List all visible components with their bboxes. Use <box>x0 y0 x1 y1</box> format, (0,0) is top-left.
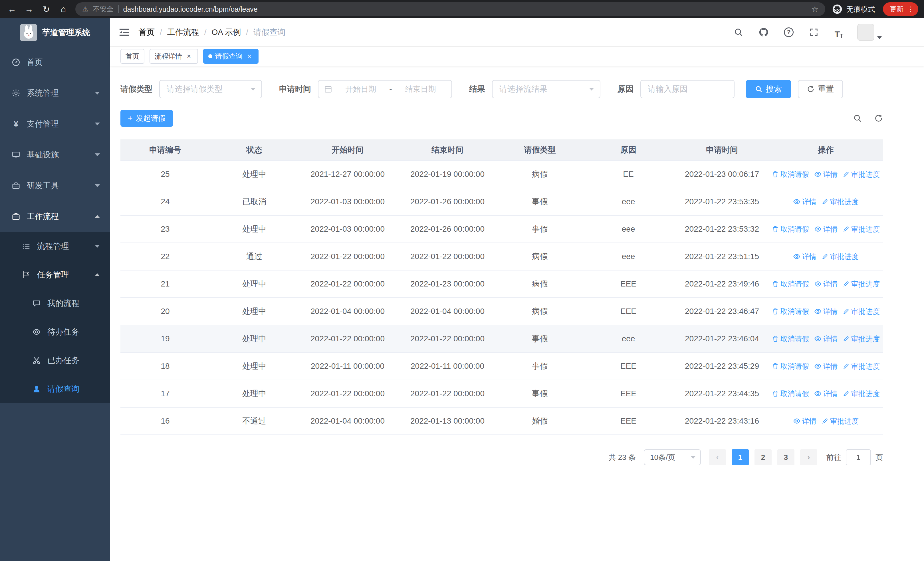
tab-home[interactable]: 首页 <box>120 49 144 64</box>
create-leave-button[interactable]: + 发起请假 <box>120 110 173 127</box>
cell-start-time: 2022-01-22 00:00:00 <box>298 243 397 270</box>
sidebar-item-devtools[interactable]: 研发工具 <box>0 170 110 201</box>
cancel-leave-link[interactable]: 取消请假 <box>772 170 809 179</box>
cell-status: 处理中 <box>210 161 298 188</box>
page-size-select[interactable]: 10条/页 <box>644 449 701 465</box>
reload-icon[interactable]: ↻ <box>39 2 54 17</box>
cell-id: 23 <box>120 215 210 243</box>
eye-icon <box>793 417 801 425</box>
cell-reason: eee <box>582 188 675 215</box>
chrome-update-button[interactable]: 更新 ⋮ <box>883 2 918 16</box>
page-button-1[interactable]: 1 <box>732 449 749 465</box>
chevron-down-icon <box>95 153 100 156</box>
detail-link[interactable]: 详情 <box>793 252 816 261</box>
detail-link[interactable]: 详情 <box>814 307 837 316</box>
breadcrumb-separator: / <box>160 28 162 37</box>
sidebar-item-done-tasks[interactable]: 已办任务 <box>0 346 110 375</box>
end-date-input[interactable]: 结束日期 <box>396 84 446 94</box>
approval-progress-link[interactable]: 审批进度 <box>822 252 859 261</box>
sidebar-item-process-management[interactable]: 流程管理 <box>0 232 110 260</box>
tab-leave-query[interactable]: 请假查询 × <box>203 49 258 64</box>
refresh-table-icon[interactable] <box>874 114 883 123</box>
home-icon[interactable]: ⌂ <box>56 2 71 17</box>
sidebar-item-task-management[interactable]: 任务管理 <box>0 260 110 289</box>
sidebar-item-infrastructure[interactable]: 基础设施 <box>0 139 110 170</box>
approval-progress-link[interactable]: 审批进度 <box>843 170 880 179</box>
sidebar-item-my-process[interactable]: 我的流程 <box>0 289 110 317</box>
sidebar-toggle-icon[interactable] <box>119 27 129 38</box>
detail-link[interactable]: 详情 <box>814 279 837 289</box>
browser-menu-icon[interactable]: ⋮ <box>907 5 914 13</box>
approval-progress-link[interactable]: 审批进度 <box>843 307 880 316</box>
forward-icon[interactable]: → <box>22 2 36 17</box>
cell-id: 19 <box>120 325 210 352</box>
detail-link[interactable]: 详情 <box>793 197 816 206</box>
page-button-3[interactable]: 3 <box>777 449 795 465</box>
font-size-icon[interactable]: TT <box>832 26 846 39</box>
sidebar-item-payment[interactable]: ¥ 支付管理 <box>0 108 110 139</box>
goto-page: 前往 页 <box>826 449 883 465</box>
sidebar-item-workflow[interactable]: 工作流程 <box>0 201 110 232</box>
app-logo[interactable]: 芋道管理系统 <box>0 18 110 47</box>
sidebar-item-leave-query[interactable]: 请假查询 <box>0 375 110 403</box>
search-button[interactable]: 搜索 <box>746 80 791 98</box>
detail-link[interactable]: 详情 <box>814 170 837 179</box>
approval-progress-link[interactable]: 审批进度 <box>843 224 880 234</box>
detail-link[interactable]: 详情 <box>814 362 837 371</box>
result-select[interactable]: 请选择流结果 <box>492 80 600 98</box>
apply-time-range-picker[interactable]: 开始日期 - 结束日期 <box>318 80 452 98</box>
approval-progress-link[interactable]: 审批进度 <box>843 279 880 289</box>
close-icon[interactable]: × <box>245 52 254 60</box>
fullscreen-icon[interactable] <box>807 26 821 39</box>
sidebar-item-todo-tasks[interactable]: 待办任务 <box>0 317 110 346</box>
back-icon[interactable]: ← <box>4 2 20 17</box>
github-icon[interactable] <box>757 26 771 39</box>
breadcrumb-item-workflow[interactable]: 工作流程 <box>167 27 199 38</box>
breadcrumb-item-home[interactable]: 首页 <box>139 27 154 38</box>
cancel-leave-link[interactable]: 取消请假 <box>772 389 809 399</box>
sidebar-item-system[interactable]: 系统管理 <box>0 78 110 108</box>
address-bar[interactable]: ⚠ 不安全 dashboard.yudao.iocoder.cn/bpm/oa/… <box>75 2 825 16</box>
cell-leave-type: 婚假 <box>498 407 582 435</box>
cancel-leave-link[interactable]: 取消请假 <box>772 334 809 344</box>
prev-page-button[interactable]: ‹ <box>709 449 726 465</box>
trash-icon <box>772 390 779 397</box>
table-row: 17 处理中 2022-01-22 00:00:00 2022-01-22 00… <box>120 380 883 407</box>
table-row: 25 处理中 2021-12-27 00:00:00 2022-01-19 00… <box>120 161 883 188</box>
flag-icon <box>22 270 31 279</box>
help-icon[interactable]: ? <box>782 26 796 39</box>
approval-progress-link[interactable]: 审批进度 <box>843 389 880 399</box>
detail-link[interactable]: 详情 <box>814 389 837 399</box>
approval-progress-link[interactable]: 审批进度 <box>843 334 880 344</box>
sidebar-item-home[interactable]: 首页 <box>0 47 110 78</box>
detail-link[interactable]: 详情 <box>814 224 837 234</box>
url-text: dashboard.yudao.iocoder.cn/bpm/oa/leave <box>123 5 807 14</box>
start-date-input[interactable]: 开始日期 <box>336 84 386 94</box>
tab-process-detail[interactable]: 流程详情 × <box>150 49 198 64</box>
cell-actions: 取消请假 详情 审批进度 <box>769 325 883 352</box>
cancel-leave-link[interactable]: 取消请假 <box>772 279 809 289</box>
result-label: 结果 <box>469 84 485 95</box>
close-icon[interactable]: × <box>185 52 193 60</box>
header-search-icon[interactable] <box>732 26 746 39</box>
cancel-leave-link[interactable]: 取消请假 <box>772 362 809 371</box>
window-body: 芋道管理系统 首页 系统管理 ¥ <box>0 18 924 561</box>
detail-link[interactable]: 详情 <box>814 334 837 344</box>
approval-progress-link[interactable]: 审批进度 <box>822 417 859 426</box>
reason-input[interactable] <box>640 80 735 98</box>
next-page-button[interactable]: › <box>800 449 817 465</box>
bookmark-star-icon[interactable]: ☆ <box>811 5 818 14</box>
approval-progress-link[interactable]: 审批进度 <box>822 197 859 206</box>
approval-progress-link[interactable]: 审批进度 <box>843 362 880 371</box>
goto-page-input[interactable] <box>846 449 871 465</box>
detail-link[interactable]: 详情 <box>793 417 816 426</box>
user-avatar-menu[interactable] <box>857 24 882 41</box>
cancel-leave-link[interactable]: 取消请假 <box>772 224 809 234</box>
cell-actions: 取消请假 详情 审批进度 <box>769 352 883 380</box>
toggle-search-icon[interactable] <box>853 114 862 123</box>
page-button-2[interactable]: 2 <box>754 449 772 465</box>
breadcrumb-item-oa-example[interactable]: OA 示例 <box>212 27 241 38</box>
leave-type-select[interactable]: 请选择请假类型 <box>159 80 262 98</box>
reset-button[interactable]: 重置 <box>798 80 843 98</box>
cancel-leave-link[interactable]: 取消请假 <box>772 307 809 316</box>
